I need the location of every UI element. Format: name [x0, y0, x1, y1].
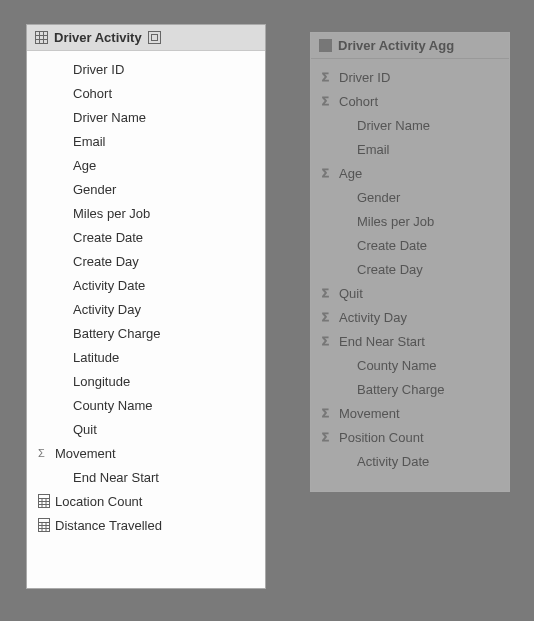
field-row[interactable]: County Name — [27, 393, 265, 417]
svg-text:Σ: Σ — [322, 167, 329, 179]
field-row[interactable]: Driver ID — [27, 57, 265, 81]
field-row[interactable]: Activity Day — [27, 297, 265, 321]
field-row[interactable]: ΣAge — [311, 161, 509, 185]
field-label: Position Count — [337, 430, 424, 445]
field-label: Driver Name — [355, 118, 430, 133]
field-row[interactable]: Activity Date — [27, 273, 265, 297]
field-label: Driver ID — [71, 62, 124, 77]
sigma-icon: Σ — [319, 286, 337, 300]
svg-text:Σ: Σ — [322, 431, 329, 443]
sigma-icon: Σ — [35, 446, 53, 460]
field-label: Gender — [71, 182, 116, 197]
sigma-icon: Σ — [319, 94, 337, 108]
field-row[interactable]: Cohort — [27, 81, 265, 105]
svg-text:Σ: Σ — [322, 407, 329, 419]
field-label: Create Date — [71, 230, 143, 245]
field-row[interactable]: Miles per Job — [311, 209, 509, 233]
field-row[interactable]: Create Date — [27, 225, 265, 249]
field-row[interactable]: ΣActivity Day — [311, 305, 509, 329]
field-label: Longitude — [71, 374, 130, 389]
layout-icon — [148, 31, 161, 44]
field-label: Location Count — [53, 494, 142, 509]
field-row[interactable]: ΣMovement — [27, 441, 265, 465]
svg-text:Σ: Σ — [322, 95, 329, 107]
field-label: Activity Date — [355, 454, 429, 469]
svg-text:Σ: Σ — [322, 335, 329, 347]
field-row[interactable]: Gender — [27, 177, 265, 201]
field-label: Gender — [355, 190, 400, 205]
field-row[interactable]: Create Day — [27, 249, 265, 273]
field-label: Activity Day — [71, 302, 141, 317]
svg-rect-5 — [148, 32, 160, 44]
field-row[interactable]: Battery Charge — [311, 377, 509, 401]
sigma-icon: Σ — [319, 310, 337, 324]
panel-body: ΣDriver IDΣCohortDriver NameEmailΣAgeGen… — [311, 59, 509, 483]
svg-rect-0 — [36, 32, 48, 44]
field-row[interactable]: Driver Name — [311, 113, 509, 137]
svg-rect-6 — [151, 35, 157, 41]
svg-text:Σ: Σ — [38, 447, 45, 459]
field-label: Cohort — [337, 94, 378, 109]
field-label: Email — [355, 142, 390, 157]
field-row[interactable]: Email — [311, 137, 509, 161]
table-panel-driver-activity[interactable]: Driver Activity Driver IDCohortDriver Na… — [26, 24, 266, 589]
field-label: Age — [71, 158, 96, 173]
sigma-icon: Σ — [319, 430, 337, 444]
field-row[interactable]: Gender — [311, 185, 509, 209]
field-row[interactable]: Longitude — [27, 369, 265, 393]
calc-icon — [35, 518, 53, 532]
field-label: Activity Date — [71, 278, 145, 293]
field-row[interactable]: County Name — [311, 353, 509, 377]
field-label: Movement — [337, 406, 400, 421]
panel-header[interactable]: Driver Activity Agg — [311, 33, 509, 59]
field-row[interactable]: Create Date — [311, 233, 509, 257]
panel-title: Driver Activity Agg — [338, 38, 454, 53]
panel-header[interactable]: Driver Activity — [27, 25, 265, 51]
field-label: Activity Day — [337, 310, 407, 325]
field-row[interactable]: Create Day — [311, 257, 509, 281]
sigma-icon: Σ — [319, 166, 337, 180]
field-row[interactable]: Quit — [27, 417, 265, 441]
field-label: End Near Start — [71, 470, 159, 485]
field-row[interactable]: Age — [27, 153, 265, 177]
sigma-icon: Σ — [319, 406, 337, 420]
field-row[interactable]: Latitude — [27, 345, 265, 369]
field-row[interactable]: End Near Start — [27, 465, 265, 489]
field-label: Miles per Job — [71, 206, 150, 221]
field-label: County Name — [355, 358, 436, 373]
field-row[interactable]: Location Count — [27, 489, 265, 513]
field-row[interactable]: ΣEnd Near Start — [311, 329, 509, 353]
field-label: Movement — [53, 446, 116, 461]
field-label: Email — [71, 134, 106, 149]
field-row[interactable]: ΣQuit — [311, 281, 509, 305]
field-label: Battery Charge — [71, 326, 160, 341]
field-row[interactable]: Distance Travelled — [27, 513, 265, 537]
field-label: County Name — [71, 398, 152, 413]
sigma-icon: Σ — [319, 70, 337, 84]
field-row[interactable]: ΣPosition Count — [311, 425, 509, 449]
field-label: Distance Travelled — [53, 518, 162, 533]
field-label: Create Date — [355, 238, 427, 253]
field-label: Battery Charge — [355, 382, 444, 397]
field-label: End Near Start — [337, 334, 425, 349]
field-row[interactable]: ΣMovement — [311, 401, 509, 425]
table-icon — [319, 39, 332, 52]
field-label: Create Day — [355, 262, 423, 277]
field-row[interactable]: Activity Date — [311, 449, 509, 473]
field-label: Miles per Job — [355, 214, 434, 229]
field-row[interactable]: ΣCohort — [311, 89, 509, 113]
field-label: Cohort — [71, 86, 112, 101]
field-row[interactable]: ΣDriver ID — [311, 65, 509, 89]
table-panel-driver-activity-agg[interactable]: Driver Activity Agg ΣDriver IDΣCohortDri… — [310, 32, 510, 492]
field-label: Quit — [71, 422, 97, 437]
panel-body: Driver IDCohortDriver NameEmailAgeGender… — [27, 51, 265, 547]
field-row[interactable]: Miles per Job — [27, 201, 265, 225]
field-row[interactable]: Battery Charge — [27, 321, 265, 345]
field-label: Driver ID — [337, 70, 390, 85]
field-label: Create Day — [71, 254, 139, 269]
field-row[interactable]: Driver Name — [27, 105, 265, 129]
field-row[interactable]: Email — [27, 129, 265, 153]
field-label: Latitude — [71, 350, 119, 365]
field-label: Age — [337, 166, 362, 181]
svg-text:Σ: Σ — [322, 71, 329, 83]
